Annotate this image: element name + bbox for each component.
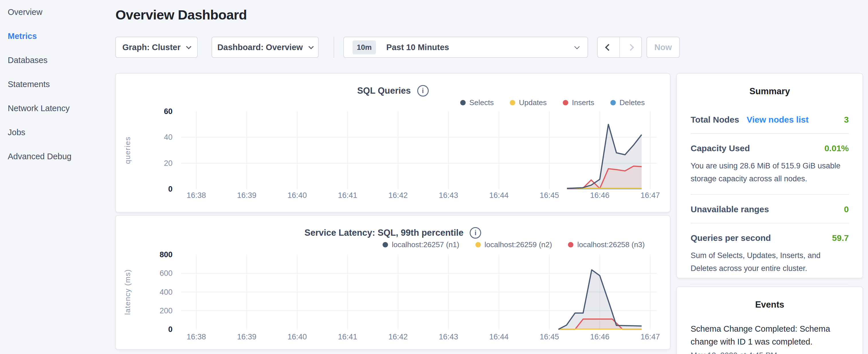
sql-queries-chart-card: SQL Queries i Selects Updates Inserts De… (115, 73, 671, 213)
svg-text:latency (ms): latency (ms) (123, 269, 132, 315)
sidebar-item-statements[interactable]: Statements (8, 79, 112, 89)
svg-text:16:45: 16:45 (539, 332, 559, 341)
svg-text:40: 40 (164, 133, 173, 141)
summary-row-unavailable-ranges: Unavailable ranges 0 (691, 195, 849, 223)
sidebar-item-network-latency[interactable]: Network Latency (8, 104, 112, 113)
svg-text:16:43: 16:43 (439, 332, 458, 341)
event-timestamp: May 13, 2020 at 4:45 PM (691, 351, 849, 354)
capacity-used-subtext: You are using 28.6 MiB of 515.9 GiB usab… (691, 160, 849, 194)
sidebar-item-overview[interactable]: Overview (8, 7, 112, 17)
svg-text:16:39: 16:39 (237, 332, 256, 341)
svg-text:16:41: 16:41 (338, 191, 358, 200)
sidebar-item-jobs[interactable]: Jobs (8, 128, 112, 137)
qps-label: Queries per second (691, 233, 771, 243)
unavailable-ranges-label: Unavailable ranges (691, 204, 769, 214)
dashboard-label: Dashboard: Overview (217, 43, 303, 52)
total-nodes-label: Total Nodes (691, 115, 739, 125)
sql-queries-chart[interactable]: 16:3816:3916:4016:4116:4216:4316:4416:45… (116, 74, 670, 212)
svg-text:200: 200 (160, 307, 173, 315)
unavailable-ranges-value: 0 (844, 204, 849, 214)
sidebar-item-databases[interactable]: Databases (8, 56, 112, 65)
prev-time-button[interactable] (598, 37, 619, 57)
svg-text:16:40: 16:40 (287, 191, 307, 200)
svg-text:16:38: 16:38 (187, 332, 206, 341)
events-panel: Events Schema Change Completed: Schema c… (676, 286, 863, 354)
svg-text:16:44: 16:44 (489, 191, 509, 200)
svg-text:16:40: 16:40 (287, 332, 307, 341)
svg-text:16:42: 16:42 (388, 191, 408, 200)
svg-text:600: 600 (160, 269, 173, 278)
capacity-used-value: 0.01% (825, 143, 849, 153)
svg-text:16:44: 16:44 (489, 332, 509, 341)
page-title: Overview Dashboard (116, 7, 247, 23)
svg-text:800: 800 (160, 250, 173, 259)
summary-title: Summary (691, 86, 849, 97)
svg-text:16:45: 16:45 (539, 191, 559, 200)
svg-text:16:47: 16:47 (641, 332, 660, 341)
event-message[interactable]: Schema Change Completed: Schema change w… (691, 322, 849, 348)
capacity-used-label: Capacity Used (691, 143, 750, 153)
sidebar: Overview Metrics Databases Statements Ne… (0, 0, 112, 176)
next-time-button[interactable] (619, 37, 641, 57)
dashboard-dropdown[interactable]: Dashboard: Overview (212, 37, 319, 58)
dashboard-controls: Graph: Cluster Dashboard: Overview 10m P… (115, 37, 680, 58)
time-range-dropdown[interactable]: 10m Past 10 Minutes (343, 37, 588, 58)
svg-text:16:41: 16:41 (338, 332, 358, 341)
summary-row-capacity: Capacity Used 0.01% (691, 134, 849, 162)
summary-row-qps: Queries per second 59.7 (691, 223, 849, 252)
chevron-down-icon (308, 44, 313, 49)
controls-divider (334, 37, 334, 58)
graph-scope-label: Graph: Cluster (122, 43, 181, 52)
svg-text:16:47: 16:47 (641, 191, 660, 200)
svg-text:16:38: 16:38 (187, 191, 206, 200)
qps-subtext: Sum of Selects, Updates, Inserts, and De… (691, 249, 849, 284)
svg-text:16:46: 16:46 (590, 191, 610, 200)
chevron-right-icon (627, 44, 634, 51)
time-window-label: Past 10 Minutes (386, 43, 449, 52)
events-title: Events (691, 299, 849, 310)
service-latency-chart-card: Service Latency: SQL, 99th percentile i … (115, 215, 671, 350)
graph-scope-dropdown[interactable]: Graph: Cluster (115, 37, 198, 58)
svg-text:16:42: 16:42 (388, 332, 408, 341)
svg-text:0: 0 (168, 185, 173, 193)
summary-panel: Summary Total Nodes View nodes list 3 Ca… (676, 73, 863, 279)
svg-text:400: 400 (160, 288, 173, 296)
sidebar-item-metrics[interactable]: Metrics (8, 32, 112, 41)
view-nodes-list-link[interactable]: View nodes list (746, 115, 808, 125)
chevron-left-icon (605, 44, 612, 51)
now-button[interactable]: Now (647, 37, 680, 58)
svg-text:60: 60 (164, 107, 173, 116)
chevron-down-icon (574, 44, 580, 49)
svg-text:0: 0 (168, 325, 173, 334)
qps-value: 59.7 (832, 233, 849, 243)
summary-row-total-nodes: Total Nodes View nodes list 3 (691, 105, 849, 133)
svg-text:16:46: 16:46 (590, 332, 610, 341)
service-latency-chart[interactable]: 16:3816:3916:4016:4116:4216:4316:4416:45… (116, 216, 670, 349)
svg-text:16:39: 16:39 (237, 191, 256, 200)
svg-text:16:43: 16:43 (439, 191, 458, 200)
sidebar-item-advanced-debug[interactable]: Advanced Debug (8, 152, 112, 161)
time-pager (597, 37, 642, 58)
chevron-down-icon (186, 44, 191, 49)
svg-text:queries: queries (123, 137, 132, 164)
time-window-badge: 10m (352, 40, 376, 55)
svg-text:20: 20 (164, 159, 173, 167)
total-nodes-value: 3 (844, 115, 849, 125)
